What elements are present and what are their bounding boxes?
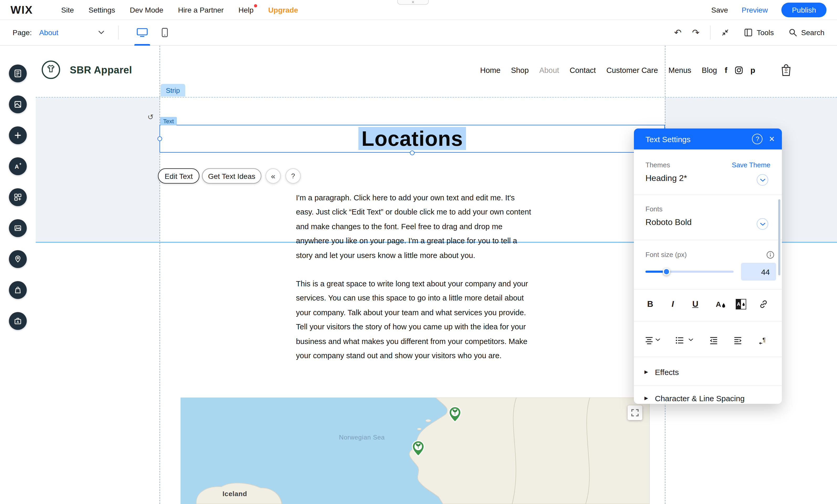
panel-divider — [634, 357, 782, 357]
theme-dropdown-button[interactable] — [757, 174, 768, 186]
character-line-spacing-row[interactable]: Character & Line Spacing — [655, 394, 745, 403]
panel-divider — [634, 194, 782, 195]
paragraph-2[interactable]: This is a great space to write long text… — [296, 277, 533, 363]
app-market-button[interactable] — [9, 188, 27, 206]
menu-settings[interactable]: Settings — [89, 5, 115, 14]
store-button[interactable] — [9, 281, 27, 299]
map-marker[interactable] — [448, 406, 462, 423]
nav-home[interactable]: Home — [480, 66, 500, 74]
toolbar-divider — [710, 26, 711, 39]
fit-view-icon[interactable] — [721, 28, 729, 37]
font-size-slider-track[interactable] — [645, 270, 734, 273]
effects-expand-icon[interactable]: ▶ — [644, 369, 648, 374]
pages-button[interactable] — [9, 64, 27, 82]
wix-logo[interactable]: WIX — [11, 3, 33, 16]
chevron-down-icon — [760, 222, 765, 226]
resize-handle-bottom[interactable] — [410, 150, 414, 155]
align-center-button[interactable] — [644, 336, 654, 345]
edit-text-button[interactable]: Edit Text — [158, 168, 199, 184]
info-icon[interactable] — [766, 251, 774, 259]
theme-dropdown-value[interactable]: Heading 2* — [645, 173, 687, 183]
get-text-ideas-button[interactable]: Get Text Ideas — [202, 168, 261, 184]
background-button[interactable] — [9, 95, 27, 113]
font-size-input[interactable]: 44 — [741, 263, 776, 281]
background-icon — [14, 100, 22, 109]
add-elements-button[interactable] — [9, 126, 27, 144]
bold-icon: B — [647, 299, 653, 309]
preview-button[interactable]: Preview — [742, 5, 768, 14]
app-grid-icon — [14, 193, 22, 201]
nav-customer-care[interactable]: Customer Care — [606, 66, 658, 74]
align-dropdown-button[interactable] — [655, 338, 660, 341]
site-design-button[interactable]: A — [9, 157, 27, 175]
bold-button[interactable]: B — [641, 297, 659, 311]
selected-text-element[interactable]: Locations — [160, 125, 665, 153]
rotate-handle-icon[interactable]: ↺ — [147, 113, 154, 121]
pinterest-icon[interactable]: p — [750, 66, 755, 74]
panel-help-button[interactable]: ? — [752, 134, 763, 144]
tools-button[interactable]: Tools — [744, 28, 774, 37]
font-dropdown-value[interactable]: Roboto Bold — [645, 218, 692, 227]
media-button[interactable] — [9, 219, 27, 237]
site-logo-icon[interactable] — [40, 59, 61, 80]
paragraph-1[interactable]: I'm a paragraph. Click here to add your … — [296, 191, 533, 263]
undo-icon[interactable]: ↶ — [674, 28, 682, 37]
list-button[interactable] — [675, 336, 684, 345]
save-button[interactable]: Save — [711, 5, 728, 14]
facebook-icon[interactable]: f — [725, 66, 727, 74]
link-button[interactable] — [754, 297, 772, 311]
contact-location-button[interactable] — [9, 250, 27, 268]
collapse-toolbar-button[interactable]: « — [266, 168, 281, 184]
instagram-icon[interactable] — [735, 66, 743, 74]
redo-icon[interactable]: ↷ — [692, 28, 699, 37]
social-bar: f p — [725, 66, 755, 74]
strip-label-chip[interactable]: Strip — [161, 84, 185, 96]
underline-button[interactable]: U — [687, 297, 704, 311]
nav-about[interactable]: About — [539, 66, 559, 74]
mobile-view-button[interactable] — [157, 20, 172, 45]
italic-button[interactable]: I — [664, 297, 682, 311]
chevron-down-icon[interactable] — [98, 31, 104, 35]
collapsed-banner-tab[interactable]: × — [397, 0, 429, 5]
list-dropdown-button[interactable] — [689, 338, 693, 341]
spacing-expand-icon[interactable]: ▶ — [644, 395, 648, 401]
publish-button[interactable]: Publish — [781, 2, 826, 17]
panel-scrollbar[interactable] — [778, 199, 780, 275]
menu-hire-partner[interactable]: Hire a Partner — [178, 5, 224, 14]
outdent-button[interactable] — [709, 336, 718, 345]
locations-heading[interactable]: Locations — [358, 127, 466, 150]
effects-row[interactable]: Effects — [655, 368, 679, 377]
indent-button[interactable] — [733, 336, 743, 345]
map-fullscreen-button[interactable] — [628, 405, 642, 420]
text-direction-button[interactable]: ¶ — [758, 336, 767, 345]
resize-handle-left[interactable] — [157, 136, 162, 141]
map-marker[interactable] — [411, 440, 425, 457]
site-brand[interactable]: SBR Apparel — [70, 64, 132, 76]
text-color-button[interactable]: A — [710, 297, 727, 311]
highlight-color-button[interactable]: A — [732, 297, 750, 311]
page-selector[interactable]: About — [39, 28, 58, 37]
menu-dev-mode[interactable]: Dev Mode — [130, 5, 163, 14]
text-settings-panel: Text Settings ? × Themes Save Theme Head… — [634, 129, 782, 404]
menu-upgrade[interactable]: Upgrade — [268, 5, 298, 14]
text-label-chip[interactable]: Text — [160, 117, 177, 125]
align-center-icon — [644, 336, 654, 345]
help-bubble-button[interactable]: ? — [285, 168, 301, 184]
panel-header[interactable]: Text Settings ? × — [634, 129, 782, 149]
font-dropdown-button[interactable] — [757, 218, 768, 230]
nav-contact[interactable]: Contact — [570, 66, 596, 74]
locations-map[interactable]: Norwegian Sea Iceland — [180, 397, 649, 504]
nav-blog[interactable]: Blog — [702, 66, 717, 74]
close-icon[interactable]: × — [412, 0, 414, 4]
portfolio-button[interactable]: A — [9, 312, 27, 330]
save-theme-link[interactable]: Save Theme — [732, 161, 770, 169]
desktop-view-button[interactable] — [132, 20, 152, 45]
menu-help[interactable]: Help — [238, 5, 254, 14]
cart-icon[interactable]: 0 — [780, 63, 793, 77]
menu-site[interactable]: Site — [61, 5, 74, 14]
search-button[interactable]: Search — [788, 28, 824, 37]
font-size-slider-thumb[interactable] — [663, 268, 670, 275]
nav-menus[interactable]: Menus — [669, 66, 691, 74]
nav-shop[interactable]: Shop — [511, 66, 529, 74]
panel-close-button[interactable]: × — [769, 134, 774, 144]
